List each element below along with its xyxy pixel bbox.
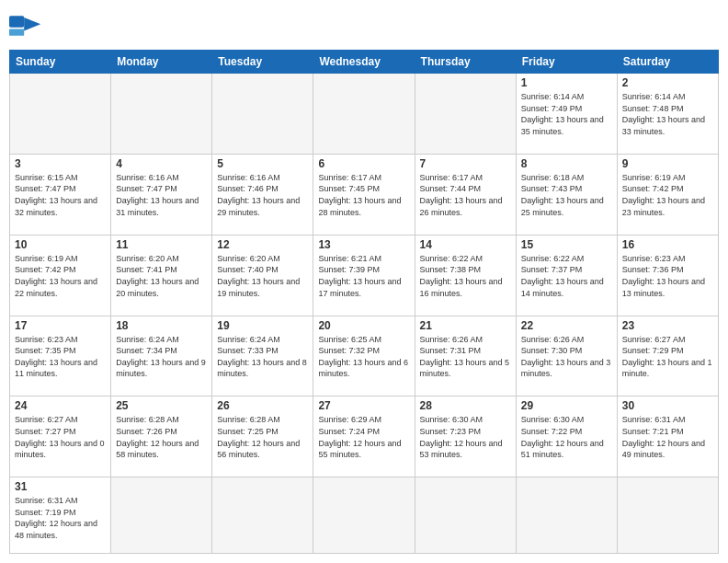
logo-icon xyxy=(9,9,42,42)
calendar-cell: 25Sunrise: 6:28 AM Sunset: 7:26 PM Dayli… xyxy=(111,396,212,477)
svg-rect-0 xyxy=(9,16,24,28)
calendar-table: SundayMondayTuesdayWednesdayThursdayFrid… xyxy=(9,50,719,554)
day-info: Sunrise: 6:16 AM Sunset: 7:47 PM Dayligh… xyxy=(116,172,207,218)
day-number: 17 xyxy=(15,319,106,332)
day-info: Sunrise: 6:17 AM Sunset: 7:44 PM Dayligh… xyxy=(420,172,511,218)
day-number: 15 xyxy=(521,238,612,251)
svg-marker-1 xyxy=(24,17,40,30)
calendar-cell: 24Sunrise: 6:27 AM Sunset: 7:27 PM Dayli… xyxy=(10,396,111,477)
day-info: Sunrise: 6:21 AM Sunset: 7:39 PM Dayligh… xyxy=(318,253,409,299)
calendar-cell: 23Sunrise: 6:27 AM Sunset: 7:29 PM Dayli… xyxy=(617,316,718,396)
calendar-cell xyxy=(415,74,516,155)
calendar-cell xyxy=(516,477,617,554)
calendar-cell: 28Sunrise: 6:30 AM Sunset: 7:23 PM Dayli… xyxy=(415,396,516,477)
calendar-cell: 2Sunrise: 6:14 AM Sunset: 7:48 PM Daylig… xyxy=(617,74,718,155)
day-info: Sunrise: 6:27 AM Sunset: 7:29 PM Dayligh… xyxy=(622,334,713,380)
calendar-cell: 9Sunrise: 6:19 AM Sunset: 7:42 PM Daylig… xyxy=(617,154,718,235)
calendar-cell: 26Sunrise: 6:28 AM Sunset: 7:25 PM Dayli… xyxy=(212,396,313,477)
day-info: Sunrise: 6:30 AM Sunset: 7:23 PM Dayligh… xyxy=(420,414,511,460)
day-number: 8 xyxy=(521,157,612,170)
weekday-header: Thursday xyxy=(415,51,516,74)
day-info: Sunrise: 6:31 AM Sunset: 7:19 PM Dayligh… xyxy=(15,495,106,541)
calendar-cell: 5Sunrise: 6:16 AM Sunset: 7:46 PM Daylig… xyxy=(212,154,313,235)
day-info: Sunrise: 6:30 AM Sunset: 7:22 PM Dayligh… xyxy=(521,414,612,460)
calendar-cell xyxy=(212,74,313,155)
weekday-header: Saturday xyxy=(617,51,718,74)
calendar-cell: 22Sunrise: 6:26 AM Sunset: 7:30 PM Dayli… xyxy=(516,316,617,396)
page: SundayMondayTuesdayWednesdayThursdayFrid… xyxy=(0,0,728,563)
calendar-cell: 1Sunrise: 6:14 AM Sunset: 7:49 PM Daylig… xyxy=(516,74,617,155)
calendar-cell: 15Sunrise: 6:22 AM Sunset: 7:37 PM Dayli… xyxy=(516,235,617,316)
weekday-header: Wednesday xyxy=(313,51,415,74)
day-number: 4 xyxy=(116,157,207,170)
day-info: Sunrise: 6:26 AM Sunset: 7:31 PM Dayligh… xyxy=(420,334,511,380)
calendar-cell: 30Sunrise: 6:31 AM Sunset: 7:21 PM Dayli… xyxy=(617,396,718,477)
header xyxy=(9,9,719,42)
calendar-cell xyxy=(111,477,212,554)
day-number: 14 xyxy=(420,238,511,251)
day-number: 20 xyxy=(318,319,409,332)
day-number: 6 xyxy=(318,157,409,170)
day-number: 9 xyxy=(622,157,713,170)
day-info: Sunrise: 6:23 AM Sunset: 7:35 PM Dayligh… xyxy=(15,334,106,380)
day-number: 10 xyxy=(15,238,106,251)
day-info: Sunrise: 6:22 AM Sunset: 7:38 PM Dayligh… xyxy=(420,253,511,299)
calendar-cell: 12Sunrise: 6:20 AM Sunset: 7:40 PM Dayli… xyxy=(212,235,313,316)
day-number: 3 xyxy=(15,157,106,170)
day-info: Sunrise: 6:28 AM Sunset: 7:26 PM Dayligh… xyxy=(116,414,207,460)
day-number: 1 xyxy=(521,76,612,89)
calendar-cell: 16Sunrise: 6:23 AM Sunset: 7:36 PM Dayli… xyxy=(617,235,718,316)
calendar-cell xyxy=(10,74,111,155)
day-number: 23 xyxy=(622,319,713,332)
calendar-cell xyxy=(415,477,516,554)
calendar-cell: 4Sunrise: 6:16 AM Sunset: 7:47 PM Daylig… xyxy=(111,154,212,235)
day-number: 11 xyxy=(116,238,207,251)
calendar-cell xyxy=(212,477,313,554)
calendar-cell: 19Sunrise: 6:24 AM Sunset: 7:33 PM Dayli… xyxy=(212,316,313,396)
calendar-cell: 10Sunrise: 6:19 AM Sunset: 7:42 PM Dayli… xyxy=(10,235,111,316)
day-number: 21 xyxy=(420,319,511,332)
day-info: Sunrise: 6:19 AM Sunset: 7:42 PM Dayligh… xyxy=(622,172,713,218)
day-info: Sunrise: 6:28 AM Sunset: 7:25 PM Dayligh… xyxy=(217,414,308,460)
day-number: 19 xyxy=(217,319,308,332)
day-info: Sunrise: 6:23 AM Sunset: 7:36 PM Dayligh… xyxy=(622,253,713,299)
calendar-cell: 13Sunrise: 6:21 AM Sunset: 7:39 PM Dayli… xyxy=(313,235,415,316)
svg-rect-2 xyxy=(9,29,24,36)
day-number: 16 xyxy=(622,238,713,251)
calendar-cell: 18Sunrise: 6:24 AM Sunset: 7:34 PM Dayli… xyxy=(111,316,212,396)
day-info: Sunrise: 6:14 AM Sunset: 7:48 PM Dayligh… xyxy=(622,91,713,137)
day-number: 5 xyxy=(217,157,308,170)
day-number: 31 xyxy=(15,480,106,493)
calendar-cell: 20Sunrise: 6:25 AM Sunset: 7:32 PM Dayli… xyxy=(313,316,415,396)
day-number: 25 xyxy=(116,399,207,412)
day-number: 24 xyxy=(15,399,106,412)
day-info: Sunrise: 6:27 AM Sunset: 7:27 PM Dayligh… xyxy=(15,414,106,460)
calendar-cell xyxy=(617,477,718,554)
calendar-cell: 17Sunrise: 6:23 AM Sunset: 7:35 PM Dayli… xyxy=(10,316,111,396)
calendar-cell: 29Sunrise: 6:30 AM Sunset: 7:22 PM Dayli… xyxy=(516,396,617,477)
day-info: Sunrise: 6:29 AM Sunset: 7:24 PM Dayligh… xyxy=(318,414,409,460)
day-info: Sunrise: 6:26 AM Sunset: 7:30 PM Dayligh… xyxy=(521,334,612,380)
day-number: 29 xyxy=(521,399,612,412)
logo xyxy=(9,9,46,42)
day-number: 27 xyxy=(318,399,409,412)
day-number: 7 xyxy=(420,157,511,170)
calendar-cell xyxy=(313,74,415,155)
day-info: Sunrise: 6:22 AM Sunset: 7:37 PM Dayligh… xyxy=(521,253,612,299)
calendar-cell: 27Sunrise: 6:29 AM Sunset: 7:24 PM Dayli… xyxy=(313,396,415,477)
day-number: 12 xyxy=(217,238,308,251)
day-info: Sunrise: 6:19 AM Sunset: 7:42 PM Dayligh… xyxy=(15,253,106,299)
day-number: 2 xyxy=(622,76,713,89)
weekday-header: Tuesday xyxy=(212,51,313,74)
day-info: Sunrise: 6:18 AM Sunset: 7:43 PM Dayligh… xyxy=(521,172,612,218)
day-info: Sunrise: 6:24 AM Sunset: 7:33 PM Dayligh… xyxy=(217,334,308,380)
weekday-header: Friday xyxy=(516,51,617,74)
day-info: Sunrise: 6:20 AM Sunset: 7:40 PM Dayligh… xyxy=(217,253,308,299)
day-info: Sunrise: 6:16 AM Sunset: 7:46 PM Dayligh… xyxy=(217,172,308,218)
calendar-cell: 7Sunrise: 6:17 AM Sunset: 7:44 PM Daylig… xyxy=(415,154,516,235)
calendar-cell xyxy=(111,74,212,155)
day-info: Sunrise: 6:15 AM Sunset: 7:47 PM Dayligh… xyxy=(15,172,106,218)
calendar-cell: 21Sunrise: 6:26 AM Sunset: 7:31 PM Dayli… xyxy=(415,316,516,396)
day-info: Sunrise: 6:25 AM Sunset: 7:32 PM Dayligh… xyxy=(318,334,409,380)
calendar-cell: 6Sunrise: 6:17 AM Sunset: 7:45 PM Daylig… xyxy=(313,154,415,235)
